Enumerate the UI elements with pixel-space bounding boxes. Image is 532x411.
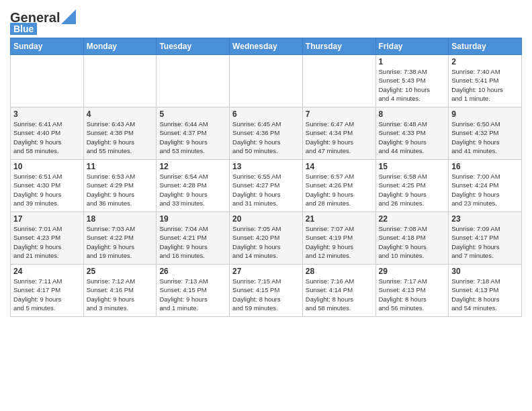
day-cell: 15Sunrise: 6:58 AM Sunset: 4:25 PM Dayli… (375, 160, 449, 212)
day-number: 28 (306, 267, 373, 276)
day-cell: 8Sunrise: 6:48 AM Sunset: 4:33 PM Daylig… (375, 107, 449, 160)
logo: General Blue (10, 9, 76, 35)
header-row: SundayMondayTuesdayWednesdayThursdayFrid… (11, 38, 522, 55)
day-cell: 29Sunrise: 7:17 AM Sunset: 4:13 PM Dayli… (375, 265, 449, 317)
day-cell: 2Sunrise: 7:40 AM Sunset: 5:41 PM Daylig… (449, 55, 522, 107)
day-cell (83, 55, 157, 107)
day-info: Sunrise: 6:48 AM Sunset: 4:33 PM Dayligh… (379, 120, 446, 155)
day-cell (302, 55, 375, 107)
logo-icon (61, 9, 76, 24)
day-cell: 1Sunrise: 7:38 AM Sunset: 5:43 PM Daylig… (375, 55, 449, 107)
day-info: Sunrise: 7:13 AM Sunset: 4:15 PM Dayligh… (159, 277, 226, 312)
day-cell: 17Sunrise: 7:01 AM Sunset: 4:23 PM Dayli… (11, 212, 84, 265)
day-cell: 18Sunrise: 7:03 AM Sunset: 4:22 PM Dayli… (83, 212, 157, 265)
day-info: Sunrise: 7:04 AM Sunset: 4:21 PM Dayligh… (159, 224, 226, 260)
day-number: 30 (451, 267, 519, 276)
day-number: 22 (379, 214, 446, 224)
svg-marker-0 (61, 9, 76, 24)
day-number: 11 (87, 162, 154, 171)
logo-blue: Blue (10, 23, 37, 35)
week-row-5: 24Sunrise: 7:11 AM Sunset: 4:17 PM Dayli… (11, 265, 522, 317)
day-cell: 28Sunrise: 7:16 AM Sunset: 4:14 PM Dayli… (302, 265, 375, 317)
header: General Blue (10, 7, 522, 35)
day-info: Sunrise: 6:47 AM Sunset: 4:34 PM Dayligh… (306, 120, 373, 155)
day-info: Sunrise: 6:58 AM Sunset: 4:25 PM Dayligh… (379, 172, 446, 208)
day-number: 17 (13, 214, 81, 224)
day-info: Sunrise: 6:53 AM Sunset: 4:29 PM Dayligh… (87, 172, 154, 208)
day-cell: 22Sunrise: 7:08 AM Sunset: 4:18 PM Dayli… (375, 212, 449, 265)
day-number: 21 (306, 214, 373, 224)
day-info: Sunrise: 7:01 AM Sunset: 4:23 PM Dayligh… (13, 224, 81, 260)
day-cell: 16Sunrise: 7:00 AM Sunset: 4:24 PM Dayli… (449, 160, 522, 212)
day-number: 15 (379, 162, 446, 171)
day-info: Sunrise: 7:08 AM Sunset: 4:18 PM Dayligh… (379, 224, 446, 260)
day-number: 27 (232, 267, 300, 276)
header-day-sunday: Sunday (11, 38, 84, 55)
day-cell (157, 55, 230, 107)
day-info: Sunrise: 7:18 AM Sunset: 4:13 PM Dayligh… (451, 277, 519, 312)
day-info: Sunrise: 7:05 AM Sunset: 4:20 PM Dayligh… (232, 224, 300, 260)
day-cell: 11Sunrise: 6:53 AM Sunset: 4:29 PM Dayli… (83, 160, 157, 212)
day-info: Sunrise: 6:44 AM Sunset: 4:37 PM Dayligh… (159, 120, 226, 155)
day-info: Sunrise: 7:00 AM Sunset: 4:24 PM Dayligh… (451, 172, 519, 208)
header-day-wednesday: Wednesday (230, 38, 303, 55)
day-cell: 9Sunrise: 6:50 AM Sunset: 4:32 PM Daylig… (449, 107, 522, 160)
day-cell: 20Sunrise: 7:05 AM Sunset: 4:20 PM Dayli… (230, 212, 303, 265)
week-row-1: 1Sunrise: 7:38 AM Sunset: 5:43 PM Daylig… (11, 55, 522, 107)
day-number: 12 (159, 162, 226, 171)
day-cell: 19Sunrise: 7:04 AM Sunset: 4:21 PM Dayli… (157, 212, 230, 265)
day-number: 16 (451, 162, 519, 171)
day-number: 23 (451, 214, 519, 224)
day-cell: 23Sunrise: 7:09 AM Sunset: 4:17 PM Dayli… (449, 212, 522, 265)
header-day-friday: Friday (375, 38, 449, 55)
day-cell: 4Sunrise: 6:43 AM Sunset: 4:38 PM Daylig… (83, 107, 157, 160)
day-cell: 12Sunrise: 6:54 AM Sunset: 4:28 PM Dayli… (157, 160, 230, 212)
day-number: 4 (87, 109, 154, 119)
day-cell: 7Sunrise: 6:47 AM Sunset: 4:34 PM Daylig… (302, 107, 375, 160)
header-day-tuesday: Tuesday (157, 38, 230, 55)
day-cell: 30Sunrise: 7:18 AM Sunset: 4:13 PM Dayli… (449, 265, 522, 317)
day-info: Sunrise: 6:45 AM Sunset: 4:36 PM Dayligh… (232, 120, 300, 155)
day-info: Sunrise: 7:40 AM Sunset: 5:41 PM Dayligh… (451, 67, 519, 103)
header-day-monday: Monday (83, 38, 157, 55)
day-cell: 6Sunrise: 6:45 AM Sunset: 4:36 PM Daylig… (230, 107, 303, 160)
day-cell: 21Sunrise: 7:07 AM Sunset: 4:19 PM Dayli… (302, 212, 375, 265)
day-info: Sunrise: 6:50 AM Sunset: 4:32 PM Dayligh… (451, 120, 519, 155)
week-row-3: 10Sunrise: 6:51 AM Sunset: 4:30 PM Dayli… (11, 160, 522, 212)
day-info: Sunrise: 7:38 AM Sunset: 5:43 PM Dayligh… (379, 67, 446, 103)
day-number: 29 (379, 267, 446, 276)
day-number: 8 (379, 109, 446, 119)
day-cell: 24Sunrise: 7:11 AM Sunset: 4:17 PM Dayli… (11, 265, 84, 317)
week-row-2: 3Sunrise: 6:41 AM Sunset: 4:40 PM Daylig… (11, 107, 522, 160)
day-number: 26 (159, 267, 226, 276)
day-number: 24 (13, 267, 81, 276)
day-number: 19 (159, 214, 226, 224)
day-number: 20 (232, 214, 300, 224)
day-number: 1 (379, 57, 446, 66)
day-number: 10 (13, 162, 81, 171)
day-info: Sunrise: 6:57 AM Sunset: 4:26 PM Dayligh… (306, 172, 373, 208)
day-number: 25 (87, 267, 154, 276)
day-number: 9 (451, 109, 519, 119)
header-day-thursday: Thursday (302, 38, 375, 55)
day-cell: 27Sunrise: 7:15 AM Sunset: 4:15 PM Dayli… (230, 265, 303, 317)
page-container: General Blue SundayMondayTuesdayWednesda… (0, 0, 532, 324)
day-number: 7 (306, 109, 373, 119)
day-cell: 5Sunrise: 6:44 AM Sunset: 4:37 PM Daylig… (157, 107, 230, 160)
day-info: Sunrise: 6:43 AM Sunset: 4:38 PM Dayligh… (87, 120, 154, 155)
day-info: Sunrise: 6:51 AM Sunset: 4:30 PM Dayligh… (13, 172, 81, 208)
day-cell: 14Sunrise: 6:57 AM Sunset: 4:26 PM Dayli… (302, 160, 375, 212)
day-cell (230, 55, 303, 107)
day-number: 5 (159, 109, 226, 119)
day-number: 14 (306, 162, 373, 171)
day-info: Sunrise: 7:07 AM Sunset: 4:19 PM Dayligh… (306, 224, 373, 260)
day-info: Sunrise: 7:09 AM Sunset: 4:17 PM Dayligh… (451, 224, 519, 260)
day-number: 18 (87, 214, 154, 224)
day-info: Sunrise: 6:54 AM Sunset: 4:28 PM Dayligh… (159, 172, 226, 208)
day-cell: 10Sunrise: 6:51 AM Sunset: 4:30 PM Dayli… (11, 160, 84, 212)
day-info: Sunrise: 7:12 AM Sunset: 4:16 PM Dayligh… (87, 277, 154, 312)
header-day-saturday: Saturday (449, 38, 522, 55)
day-number: 13 (232, 162, 300, 171)
day-cell (11, 55, 84, 107)
day-info: Sunrise: 7:03 AM Sunset: 4:22 PM Dayligh… (87, 224, 154, 260)
